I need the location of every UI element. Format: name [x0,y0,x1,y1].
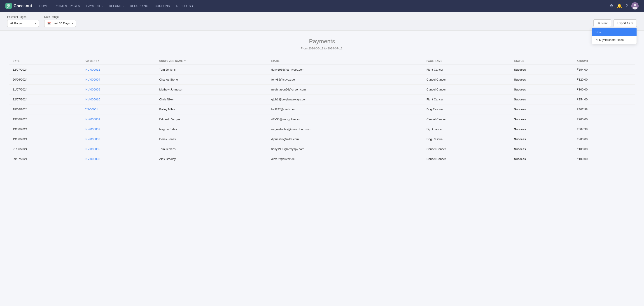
cell-amount: ₹200.00 [573,114,635,124]
nav-reports[interactable]: REPORTS ▾ [176,3,193,8]
cell-page-name: Cancel Cancer [423,85,510,95]
cell-customer-name: Chris Nixon [156,95,268,104]
date-range-group: Date Range 📅 Last 30 Days ▾ [44,15,76,27]
toolbar-actions: 🖨 Print Export As ▾ CSV XLS (Microsoft E… [594,19,637,27]
cell-date: 19/06/2024 [9,114,81,124]
export-container: Export As ▾ CSV XLS (Microsoft Excel) [614,19,637,27]
brand-logo[interactable]: Checkout [6,3,32,9]
col-date: DATE [9,57,81,65]
cell-status: Success [510,154,573,164]
reports-dropdown-icon: ▾ [192,4,193,8]
cell-payment-num[interactable]: INV-000001 [81,114,156,124]
cell-amount: ₹307.98 [573,104,635,114]
brand-icon [6,3,12,9]
date-range-value: Last 30 Days [52,22,70,25]
page-title: Payments [9,38,635,45]
col-payment-num: PAYMENT # [81,57,156,65]
payment-pages-select[interactable]: All Pages ▾ [7,20,39,27]
cell-payment-num[interactable]: CN-00001 [81,104,156,114]
cell-date: 20/06/2024 [9,75,81,85]
table-body: 12/07/2024INV-000011Tom Jenkinstiony1985… [9,65,635,164]
cell-date: 19/06/2024 [9,104,81,114]
col-customer-name[interactable]: CUSTOMER NAME ▼ [156,57,268,65]
date-range-label: Date Range [44,15,76,18]
cell-status: Success [510,75,573,85]
nav-payment-pages[interactable]: PAYMENT PAGES [55,3,80,8]
cell-amount: ₹307.98 [573,124,635,134]
cell-status: Success [510,124,573,134]
cell-payment-num-link[interactable]: INV-000008 [85,157,100,161]
svg-rect-1 [9,4,10,6]
export-xls-option[interactable]: XLS (Microsoft Excel) [592,36,636,44]
cell-page-name: Fight cancer [423,124,510,134]
main-content: Payments From 2024-06-13 to 2024-07-12. … [0,31,644,171]
cell-page-name: Fight Cancer [423,65,510,75]
cell-date: 11/07/2024 [9,85,81,95]
cell-payment-num-link[interactable]: INV-000001 [85,118,100,121]
cell-payment-num-link[interactable]: INV-000009 [85,88,100,91]
cell-payment-num[interactable]: INV-000002 [81,124,156,134]
cell-email: qjbb1@belgianairways.com [268,95,423,104]
cell-payment-num[interactable]: INV-000009 [81,85,156,95]
export-dropdown: CSV XLS (Microsoft Excel) [592,28,637,44]
col-amount: AMOUNT [573,57,635,65]
cell-status: Success [510,114,573,124]
cell-status: Success [510,95,573,104]
export-csv-option[interactable]: CSV [592,28,636,36]
navbar-actions: ⚙ 🔔 ? [610,2,638,9]
nav-refunds[interactable]: REFUNDS [109,3,124,8]
cell-payment-num[interactable]: INV-000005 [81,144,156,154]
svg-point-4 [634,4,636,6]
nav-payments[interactable]: PAYMENTS [86,3,102,8]
cell-payment-num-link[interactable]: INV-000005 [85,147,100,151]
cell-email: tiony1985@armyspy.com [268,144,423,154]
navbar: Checkout HOME PAYMENT PAGES PAYMENTS REF… [0,0,644,12]
cell-payment-num-link[interactable]: INV-000002 [85,127,100,131]
cell-page-name: Cancel Cancer [423,75,510,85]
cell-payment-num-link[interactable]: INV-000004 [85,78,100,81]
cell-amount: ₹354.00 [573,95,635,104]
cell-payment-num-link[interactable]: CN-00001 [85,108,98,111]
date-range-select[interactable]: 📅 Last 30 Days ▾ [44,20,76,27]
cell-customer-name: Tom Jenkins [156,65,268,75]
toolbar: Payment Pages All Pages ▾ Date Range 📅 L… [0,12,644,31]
cell-email: tiony1985@armyspy.com [268,65,423,75]
cell-payment-num[interactable]: INV-000003 [81,134,156,144]
nav-recurring[interactable]: RECURRING [130,3,148,8]
user-avatar[interactable] [631,2,638,9]
cell-amount: ₹100.00 [573,85,635,95]
cell-payment-num[interactable]: INV-000010 [81,95,156,104]
table-header: DATE PAYMENT # CUSTOMER NAME ▼ EMAIL PAG… [9,57,635,65]
cell-amount: ₹354.00 [573,65,635,75]
cell-payment-num[interactable]: INV-000011 [81,65,156,75]
nav-coupons[interactable]: COUPONS [155,3,170,8]
export-button[interactable]: Export As ▾ [614,19,637,27]
svg-point-5 [633,7,637,9]
settings-icon[interactable]: ⚙ [610,3,613,8]
cell-page-name: Cancel Cancer [423,154,510,164]
cell-page-name: Fight Cancer [423,95,510,104]
cell-date: 19/06/2024 [9,124,81,134]
cell-payment-num-link[interactable]: INV-000011 [85,68,100,71]
help-icon[interactable]: ? [626,3,628,8]
cell-customer-name: Tom Jenkins [156,144,268,154]
nav-home[interactable]: HOME [39,3,48,8]
cell-payment-num[interactable]: INV-000008 [81,154,156,164]
cell-status: Success [510,85,573,95]
cell-customer-name: Alex Bradley [156,154,268,164]
print-button[interactable]: 🖨 Print [594,19,612,27]
cell-status: Success [510,134,573,144]
cell-amount: ₹200.00 [573,134,635,144]
cell-payment-num-link[interactable]: INV-000003 [85,137,100,141]
table-row: 12/07/2024INV-000010Chris Nixonqjbb1@bel… [9,95,635,104]
notification-icon[interactable]: 🔔 [617,3,622,8]
cell-page-name: Cancel Cancer [423,144,510,154]
col-status: STATUS [510,57,573,65]
cell-payment-num-link[interactable]: INV-000010 [85,98,100,101]
cell-amount: ₹120.00 [573,75,635,85]
cell-payment-num[interactable]: INV-000004 [81,75,156,85]
cell-date: 12/07/2024 [9,95,81,104]
print-icon: 🖨 [597,21,600,25]
export-arrow-icon: ▾ [631,21,633,25]
col-email: EMAIL [268,57,423,65]
